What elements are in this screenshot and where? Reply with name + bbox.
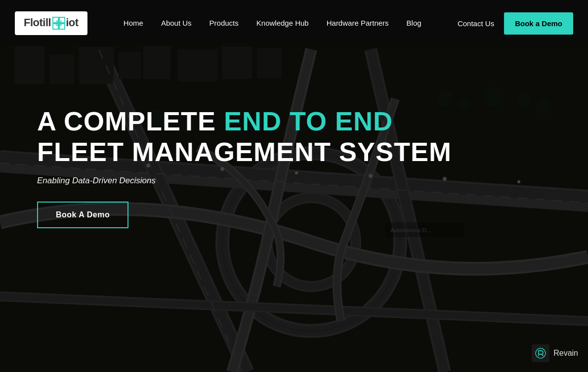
revain-watermark: Revain	[532, 344, 578, 362]
svg-point-48	[536, 348, 546, 358]
book-demo-nav-button[interactable]: Book a Demo	[504, 12, 573, 35]
hero-title-line2: FLEET MANAGEMENT SYSTEM	[37, 136, 588, 167]
logo[interactable]: Flotill iot	[15, 11, 87, 35]
nav-link-home[interactable]: Home	[115, 19, 152, 27]
revain-icon	[532, 344, 549, 362]
nav-right: Contact Us Book a Demo	[458, 12, 573, 35]
nav-item-blog[interactable]: Blog	[398, 19, 430, 28]
hero-title-highlight: END TO END	[224, 106, 393, 136]
hero-title-line1: A COMPLETE END TO END	[37, 106, 588, 136]
nav-link-about[interactable]: About Us	[152, 19, 201, 27]
nav-links: Home About Us Products Knowledge Hub Har…	[115, 19, 430, 28]
revain-logo-icon	[535, 347, 546, 359]
nav-item-home[interactable]: Home	[115, 19, 152, 28]
logo-container[interactable]: Flotill iot	[15, 11, 87, 35]
nav-item-products[interactable]: Products	[201, 19, 248, 28]
hero-section: A COMPLETE END TO END FLEET MANAGEMENT S…	[0, 46, 588, 228]
nav-item-about[interactable]: About Us	[152, 19, 201, 28]
svg-rect-47	[56, 20, 62, 26]
nav-link-knowledge[interactable]: Knowledge Hub	[248, 19, 318, 27]
nav-link-hardware[interactable]: Hardware Partners	[318, 19, 398, 27]
hero-subtitle: Enabling Data-Driven Decisions	[37, 176, 588, 186]
nav-item-knowledge[interactable]: Knowledge Hub	[248, 19, 318, 28]
nav-link-products[interactable]: Products	[201, 19, 248, 27]
logo-icon	[52, 16, 66, 30]
hero-title: A COMPLETE END TO END FLEET MANAGEMENT S…	[37, 106, 588, 167]
hero-title-plain: A COMPLETE	[37, 106, 224, 136]
nav-item-hardware[interactable]: Hardware Partners	[318, 19, 398, 28]
contact-link[interactable]: Contact Us	[458, 19, 494, 28]
book-demo-hero-button[interactable]: Book A Demo	[37, 202, 128, 228]
main-nav: Flotill iot Home About Us Products Knowl…	[0, 0, 588, 46]
nav-link-blog[interactable]: Blog	[398, 19, 430, 27]
revain-label: Revain	[553, 349, 578, 358]
logo-text: Flotill iot	[24, 16, 79, 30]
